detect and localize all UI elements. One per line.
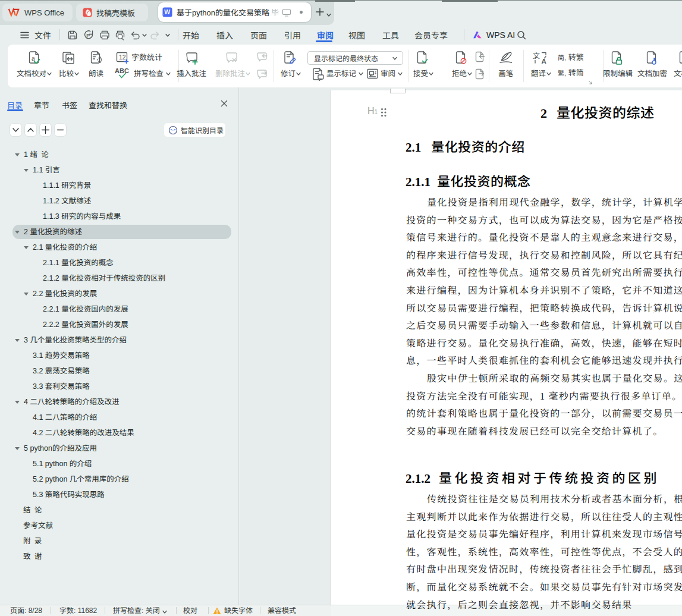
- svg-text:文: 文: [533, 51, 540, 60]
- svg-text:P: P: [86, 32, 90, 38]
- svg-text:W: W: [164, 8, 170, 15]
- svg-text:ABC: ABC: [115, 67, 129, 74]
- svg-text:12: 12: [119, 54, 126, 61]
- svg-text:A: A: [542, 58, 546, 65]
- svg-text:a: a: [32, 54, 35, 62]
